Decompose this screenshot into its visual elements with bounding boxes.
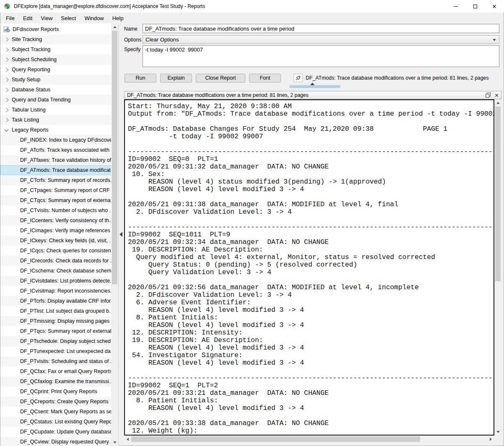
tree-report-item[interactable]: DF_PTvisits: Scheduling and status of ..…	[0, 356, 112, 366]
tree-report-item[interactable]: DF_QCprint: Print Query Reports	[0, 386, 112, 397]
close-button[interactable]: ✕	[485, 0, 504, 13]
tree-report-item[interactable]: DF_ICimages: Verify image references ...	[0, 226, 112, 236]
tree-report-item[interactable]: DF_PTcrfs: Display available CRF infor..…	[0, 296, 112, 306]
report-toolbar: Run Explain Close Report Font DF_ATmods:…	[124, 73, 501, 83]
tree-category-item[interactable]: Subject Tracking	[0, 44, 112, 54]
tree-item-label: DF_ICvisitmap: Report inconsistencies...	[20, 286, 112, 296]
window-title: DFExplore [data_manager@explore.dfdiscov…	[14, 3, 205, 9]
maximize-button[interactable]	[465, 0, 485, 13]
float-panel-button[interactable]	[486, 93, 491, 98]
tree-report-item[interactable]: DF_QCview: Display requested Query ...	[0, 437, 112, 446]
minimize-button[interactable]	[446, 0, 465, 13]
report-body: Start: Thursday, May 21, 2020 9:38:00 AM…	[124, 99, 501, 443]
report-horizontal-scrollbar[interactable]	[124, 436, 494, 443]
report-panel-titlebar[interactable]: DF_ATmods: Trace database modifications …	[124, 91, 501, 99]
report-tab[interactable]: DF_ATmods: Trace database modifications …	[294, 73, 489, 83]
tree-category-item[interactable]: Subject Scheduling	[0, 54, 112, 65]
tree-category-item[interactable]: Tabular Listing	[0, 105, 112, 115]
arrow-down-icon	[113, 441, 117, 443]
tree-report-item[interactable]: DF_QCfaxlog: Examine the transmissi...	[0, 376, 112, 386]
report-panel: DF_ATmods: Trace database modifications …	[124, 91, 501, 443]
report-close-button[interactable]: ✕	[494, 93, 499, 98]
tree-category-item-legacy-reports[interactable]: Legacy Reports	[0, 125, 112, 135]
tree-report-item[interactable]: DF_ATmods: Trace database modificat...	[0, 165, 112, 175]
tree-item-label: Query and Data Trending	[12, 95, 70, 105]
tree-report-item[interactable]: DF_ICkeys: Check key fields (id, visit, …	[0, 236, 112, 246]
tree-report-item[interactable]: DF_PTmissing: Display missing pages ...	[0, 316, 112, 326]
float-icon	[486, 93, 491, 98]
tree-report-item[interactable]: DF_ATcrfs: Track keys associated with ..…	[0, 145, 112, 155]
report-scroll-left-button[interactable]	[124, 436, 131, 443]
tree-report-item[interactable]: DF_ATfaxes: Trace validation history of.…	[0, 155, 112, 165]
tree-item-label: Study Setup	[12, 75, 40, 85]
specify-input[interactable]: -t today -I 99002 99007	[143, 45, 499, 67]
run-button[interactable]: Run	[125, 74, 156, 83]
tree-report-item[interactable]: DF_ICcenters: Verify consistency of th..…	[0, 215, 112, 226]
report-vscrollbar-thumb[interactable]	[495, 106, 501, 281]
tree-category-item[interactable]: Study Setup	[0, 75, 112, 85]
tree-report-item[interactable]: DF_QCfax: Fax or email Query Reports	[0, 366, 112, 376]
tree-report-item[interactable]: DF_ICqcs: Check queries for consisten...	[0, 246, 112, 256]
tree-report-item[interactable]: DF_QCreports: Create Query Reports	[0, 397, 112, 407]
menu-window[interactable]: Window	[80, 13, 108, 23]
tree-report-item[interactable]: DF_ICvisitmap: Report inconsistencies...	[0, 286, 112, 296]
tree-report-item[interactable]: DF_QCupdate: Update Query database	[0, 427, 112, 437]
tree-item-label: DF_PTqcs: Summary report of external...	[20, 326, 112, 336]
tree-report-item[interactable]: DF_QCsent: Mark Query Reports as sent	[0, 407, 112, 417]
tree-item-label: DF_QCview: Display requested Query ...	[20, 437, 112, 446]
tree-root-item[interactable]: DFdiscover Reports	[0, 24, 112, 34]
pin-button[interactable]	[294, 74, 303, 82]
tree-report-item[interactable]: DF_ICschema: Check database schem...	[0, 266, 112, 276]
tree-item-label: DF_PTschedule: Display subject sched...	[20, 336, 112, 346]
font-button[interactable]: Font	[249, 74, 281, 83]
report-hscrollbar-thumb[interactable]	[131, 436, 420, 442]
tree-category-item[interactable]: Task Listing	[0, 115, 112, 125]
menu-view[interactable]: View	[36, 13, 57, 23]
tree-report-item[interactable]: DF_QCstatus: List existing Query Repo...	[0, 417, 112, 427]
tree-item-label: Query Reporting	[12, 65, 50, 75]
tree-report-item[interactable]: DF_CTpages: Summary report of CRF ...	[0, 185, 112, 195]
report-output-area[interactable]: Start: Thursday, May 21, 2020 9:38:00 AM…	[124, 99, 494, 436]
options-dropdown[interactable]: Clear Options	[143, 35, 499, 44]
menu-file[interactable]: File	[2, 13, 19, 23]
tree-category-item[interactable]: Query Reporting	[0, 65, 112, 75]
report-scroll-down-button[interactable]	[494, 428, 501, 436]
tree-report-item[interactable]: DF_PTunexpected: List unexpected da...	[0, 346, 112, 356]
tree-category-item[interactable]: Site Tracking	[0, 34, 112, 44]
tree-item-label: DF_QCupdate: Update Query database	[20, 427, 112, 437]
menu-edit[interactable]: Edit	[19, 13, 36, 23]
tree-report-item[interactable]: DF_ICrecords: Check data records for ...	[0, 256, 112, 266]
options-dropdown-value: Clear Options	[145, 36, 179, 43]
menu-help[interactable]: Help	[108, 13, 128, 23]
sidebar-scrollbar[interactable]	[111, 23, 118, 446]
menu-select[interactable]: Select	[57, 13, 80, 23]
tree-item-label: DF_ICqcs: Check queries for consisten...	[20, 246, 112, 256]
tree-report-item[interactable]: DF_CTcrfs: Summary report of records...	[0, 175, 112, 185]
close-report-button[interactable]: Close Report	[196, 74, 245, 83]
tree-item-label: DF_ICimages: Verify image references ...	[20, 226, 112, 236]
name-input[interactable]	[143, 24, 499, 33]
tree-report-item[interactable]: DF_PTlist: List subject data grouped b..…	[0, 306, 112, 316]
tree-report-item[interactable]: DF_PTqcs: Summary report of external...	[0, 326, 112, 336]
splitter-collapse-button[interactable]	[120, 232, 122, 237]
tree-category-item[interactable]: Query and Data Trending	[0, 95, 112, 105]
tree-item-label: DF_CTpages: Summary report of CRF ...	[20, 185, 112, 195]
report-scroll-right-button[interactable]	[487, 436, 494, 443]
sidebar-scroll-down-button[interactable]	[111, 439, 118, 446]
chevron-right-icon	[5, 57, 9, 62]
report-vertical-scrollbar[interactable]	[494, 99, 501, 436]
sidebar-scroll-up-button[interactable]	[111, 23, 118, 31]
explain-button[interactable]: Explain	[160, 74, 192, 83]
tree-report-item[interactable]: DF_INDEX: Index to Legacy DFdiscove...	[0, 135, 112, 145]
tree-item-label: DF_QCprint: Print Query Reports	[20, 386, 97, 397]
tree-report-item[interactable]: DF_CTqcs: Summary report of externa...	[0, 195, 112, 205]
tree-item-label: DF_ICschema: Check database schem...	[20, 266, 112, 276]
chevron-right-icon	[5, 47, 9, 52]
tree-report-item[interactable]: DF_PTschedule: Display subject sched...	[0, 336, 112, 346]
report-scroll-up-button[interactable]	[494, 99, 501, 106]
tab-scrollbar-thumb[interactable]	[289, 85, 340, 88]
tree-report-item[interactable]: DF_ICvisitdates: List problems detecte..…	[0, 276, 112, 286]
tree-report-item[interactable]: DF_CTvisits: Number of subjects who ...	[0, 205, 112, 215]
sidebar-scrollbar-thumb[interactable]	[112, 31, 117, 284]
tree-category-item[interactable]: Database Status	[0, 85, 112, 95]
